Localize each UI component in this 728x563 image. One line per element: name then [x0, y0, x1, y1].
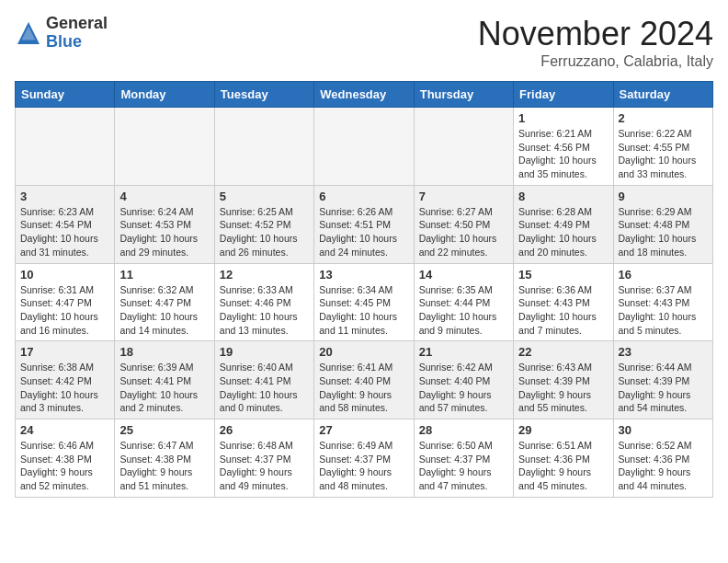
day-info: Sunrise: 6:22 AM Sunset: 4:55 PM Dayligh…: [619, 127, 708, 181]
calendar-table: SundayMondayTuesdayWednesdayThursdayFrid…: [15, 81, 713, 498]
logo: General Blue: [15, 15, 108, 52]
day-number: 30: [619, 423, 708, 437]
calendar-cell: 3Sunrise: 6:23 AM Sunset: 4:54 PM Daylig…: [16, 185, 115, 263]
day-number: 23: [619, 345, 708, 359]
calendar-cell: [16, 108, 115, 186]
title-block: November 2024 Ferruzzano, Calabria, Ital…: [478, 15, 713, 70]
day-info: Sunrise: 6:35 AM Sunset: 4:44 PM Dayligh…: [419, 283, 508, 338]
day-info: Sunrise: 6:49 AM Sunset: 4:37 PM Dayligh…: [319, 439, 408, 493]
day-info: Sunrise: 6:38 AM Sunset: 4:42 PM Dayligh…: [20, 361, 109, 415]
day-number: 25: [119, 423, 209, 437]
day-info: Sunrise: 6:37 AM Sunset: 4:43 PM Dayligh…: [619, 283, 708, 338]
day-info: Sunrise: 6:34 AM Sunset: 4:45 PM Dayligh…: [319, 283, 408, 338]
day-number: 26: [220, 423, 309, 437]
logo-icon: [15, 19, 42, 47]
day-info: Sunrise: 6:28 AM Sunset: 4:49 PM Dayligh…: [518, 205, 608, 259]
day-info: Sunrise: 6:42 AM Sunset: 4:40 PM Dayligh…: [419, 361, 508, 415]
logo-blue: Blue: [46, 32, 82, 51]
day-number: 5: [220, 190, 309, 203]
calendar-cell: 2Sunrise: 6:22 AM Sunset: 4:55 PM Daylig…: [613, 108, 712, 186]
calendar-cell: 19Sunrise: 6:40 AM Sunset: 4:41 PM Dayli…: [214, 341, 313, 419]
calendar-cell: 20Sunrise: 6:41 AM Sunset: 4:40 PM Dayli…: [314, 341, 414, 419]
calendar-cell: 28Sunrise: 6:50 AM Sunset: 4:37 PM Dayli…: [414, 419, 513, 498]
day-info: Sunrise: 6:29 AM Sunset: 4:48 PM Dayligh…: [619, 205, 708, 259]
calendar-cell: 12Sunrise: 6:33 AM Sunset: 4:46 PM Dayli…: [214, 263, 313, 341]
calendar-cell: [314, 108, 414, 186]
calendar-week-row: 3Sunrise: 6:23 AM Sunset: 4:54 PM Daylig…: [16, 185, 713, 263]
day-number: 27: [319, 423, 408, 437]
weekday-header-tuesday: Tuesday: [214, 82, 313, 108]
day-info: Sunrise: 6:24 AM Sunset: 4:53 PM Dayligh…: [119, 205, 209, 259]
day-number: 8: [518, 190, 608, 203]
calendar-cell: 26Sunrise: 6:48 AM Sunset: 4:37 PM Dayli…: [214, 419, 313, 498]
logo-text: General Blue: [46, 15, 108, 52]
weekday-header-saturday: Saturday: [613, 82, 712, 108]
day-number: 9: [619, 190, 708, 203]
calendar-cell: 25Sunrise: 6:47 AM Sunset: 4:38 PM Dayli…: [115, 419, 214, 498]
weekday-header-friday: Friday: [514, 82, 613, 108]
calendar-cell: 16Sunrise: 6:37 AM Sunset: 4:43 PM Dayli…: [613, 263, 712, 341]
calendar-cell: 22Sunrise: 6:43 AM Sunset: 4:39 PM Dayli…: [514, 341, 613, 419]
calendar-cell: [115, 108, 214, 186]
day-info: Sunrise: 6:27 AM Sunset: 4:50 PM Dayligh…: [419, 205, 508, 259]
day-info: Sunrise: 6:21 AM Sunset: 4:56 PM Dayligh…: [518, 127, 608, 181]
day-info: Sunrise: 6:51 AM Sunset: 4:36 PM Dayligh…: [518, 439, 608, 493]
calendar-cell: 13Sunrise: 6:34 AM Sunset: 4:45 PM Dayli…: [314, 263, 414, 341]
day-info: Sunrise: 6:39 AM Sunset: 4:41 PM Dayligh…: [119, 361, 209, 415]
day-number: 24: [20, 423, 109, 437]
day-number: 19: [220, 345, 309, 359]
calendar-cell: 5Sunrise: 6:25 AM Sunset: 4:52 PM Daylig…: [214, 185, 313, 263]
day-number: 21: [419, 345, 508, 359]
calendar-cell: 24Sunrise: 6:46 AM Sunset: 4:38 PM Dayli…: [16, 419, 115, 498]
day-number: 12: [220, 268, 309, 282]
day-info: Sunrise: 6:25 AM Sunset: 4:52 PM Dayligh…: [220, 205, 309, 259]
day-number: 13: [319, 268, 408, 282]
calendar-week-row: 17Sunrise: 6:38 AM Sunset: 4:42 PM Dayli…: [16, 341, 713, 419]
calendar-week-row: 10Sunrise: 6:31 AM Sunset: 4:47 PM Dayli…: [16, 263, 713, 341]
day-number: 4: [119, 190, 209, 203]
day-number: 14: [419, 268, 508, 282]
calendar-cell: 4Sunrise: 6:24 AM Sunset: 4:53 PM Daylig…: [115, 185, 214, 263]
weekday-header-monday: Monday: [115, 82, 214, 108]
day-info: Sunrise: 6:48 AM Sunset: 4:37 PM Dayligh…: [220, 439, 309, 493]
calendar-cell: 18Sunrise: 6:39 AM Sunset: 4:41 PM Dayli…: [115, 341, 214, 419]
weekday-header-sunday: Sunday: [16, 82, 115, 108]
day-number: 7: [419, 190, 508, 203]
day-info: Sunrise: 6:46 AM Sunset: 4:38 PM Dayligh…: [20, 439, 109, 493]
calendar-cell: 8Sunrise: 6:28 AM Sunset: 4:49 PM Daylig…: [514, 185, 613, 263]
day-info: Sunrise: 6:33 AM Sunset: 4:46 PM Dayligh…: [220, 283, 309, 338]
day-info: Sunrise: 6:43 AM Sunset: 4:39 PM Dayligh…: [518, 361, 608, 415]
weekday-header-thursday: Thursday: [414, 82, 513, 108]
day-number: 22: [518, 345, 608, 359]
calendar-cell: 30Sunrise: 6:52 AM Sunset: 4:36 PM Dayli…: [613, 419, 712, 498]
page-header: General Blue November 2024 Ferruzzano, C…: [15, 15, 713, 70]
day-info: Sunrise: 6:26 AM Sunset: 4:51 PM Dayligh…: [319, 205, 408, 259]
logo-general: General: [46, 14, 108, 32]
calendar-cell: 29Sunrise: 6:51 AM Sunset: 4:36 PM Dayli…: [514, 419, 613, 498]
day-number: 3: [20, 190, 109, 203]
day-info: Sunrise: 6:52 AM Sunset: 4:36 PM Dayligh…: [619, 439, 708, 493]
day-info: Sunrise: 6:44 AM Sunset: 4:39 PM Dayligh…: [619, 361, 708, 415]
day-number: 18: [119, 345, 209, 359]
calendar-cell: 11Sunrise: 6:32 AM Sunset: 4:47 PM Dayli…: [115, 263, 214, 341]
day-info: Sunrise: 6:50 AM Sunset: 4:37 PM Dayligh…: [419, 439, 508, 493]
day-info: Sunrise: 6:36 AM Sunset: 4:43 PM Dayligh…: [518, 283, 608, 338]
day-info: Sunrise: 6:31 AM Sunset: 4:47 PM Dayligh…: [20, 283, 109, 338]
calendar-cell: [214, 108, 313, 186]
day-number: 29: [518, 423, 608, 437]
day-number: 10: [20, 268, 109, 282]
day-info: Sunrise: 6:23 AM Sunset: 4:54 PM Dayligh…: [20, 205, 109, 259]
weekday-header-row: SundayMondayTuesdayWednesdayThursdayFrid…: [16, 82, 713, 108]
calendar-cell: 15Sunrise: 6:36 AM Sunset: 4:43 PM Dayli…: [514, 263, 613, 341]
calendar-cell: 1Sunrise: 6:21 AM Sunset: 4:56 PM Daylig…: [514, 108, 613, 186]
calendar-week-row: 1Sunrise: 6:21 AM Sunset: 4:56 PM Daylig…: [16, 108, 713, 186]
day-number: 17: [20, 345, 109, 359]
day-number: 16: [619, 268, 708, 282]
day-info: Sunrise: 6:40 AM Sunset: 4:41 PM Dayligh…: [220, 361, 309, 415]
day-number: 11: [119, 268, 209, 282]
calendar-cell: 14Sunrise: 6:35 AM Sunset: 4:44 PM Dayli…: [414, 263, 513, 341]
calendar-cell: 23Sunrise: 6:44 AM Sunset: 4:39 PM Dayli…: [613, 341, 712, 419]
day-number: 6: [319, 190, 408, 203]
day-number: 15: [518, 268, 608, 282]
day-number: 20: [319, 345, 408, 359]
